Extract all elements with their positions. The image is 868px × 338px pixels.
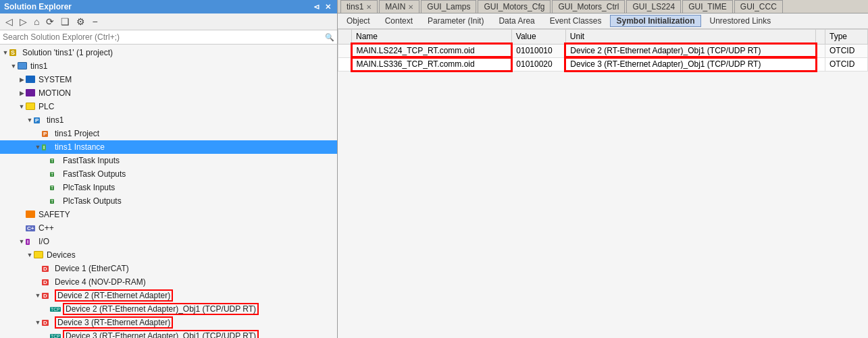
tree-item-dev4[interactable]: DDevice 4 (NOV-DP-RAM) xyxy=(0,275,337,289)
search-input[interactable] xyxy=(3,32,325,42)
sub-tabs-bar: ObjectContextParameter (Init)Data AreaEv… xyxy=(338,13,868,29)
tab-GUI_CCC[interactable]: GUI_CCC xyxy=(734,0,783,13)
tree-item-safety[interactable]: SAFETY xyxy=(0,208,337,221)
icon-dev3: D xyxy=(42,317,53,328)
refresh-button[interactable]: ⟳ xyxy=(43,15,57,28)
cell-sep-row2 xyxy=(816,57,825,71)
sub-tab-data-area[interactable]: Data Area xyxy=(492,15,540,27)
sub-tab-param-init[interactable]: Parameter (Init) xyxy=(422,15,490,27)
tab-MAIN[interactable]: MAIN✕ xyxy=(379,0,419,13)
pin-icon[interactable]: ⊲ xyxy=(311,3,322,11)
tab-close-tins1[interactable]: ✕ xyxy=(366,3,372,11)
label-tins1: tins1 xyxy=(30,61,47,71)
label-io: I/O xyxy=(39,237,49,246)
sub-tab-context[interactable]: Context xyxy=(379,15,419,27)
label-dev2: Device 2 (RT-Ethernet Adapter) xyxy=(55,291,173,300)
icon-dev4: D xyxy=(42,277,53,287)
expand-arrow-solution[interactable]: ▼ xyxy=(1,49,9,56)
label-plctask-in: PlcTask Inputs xyxy=(63,183,115,192)
back-button[interactable]: ◁ xyxy=(3,15,16,28)
expand-arrow-dev2[interactable]: ▼ xyxy=(34,292,42,299)
label-plctask-out: PlcTask Outputs xyxy=(63,196,122,206)
icon-plctask-in: T xyxy=(50,182,61,193)
settings-button[interactable]: ⚙ xyxy=(74,15,88,28)
copy-button[interactable]: ❑ xyxy=(58,15,72,28)
cell-value-row2: 01010020 xyxy=(511,57,565,71)
close-icon[interactable]: ✕ xyxy=(323,3,333,11)
sub-tab-label-object: Object xyxy=(347,16,370,26)
tab-GUI_Lamps[interactable]: GUI_Lamps xyxy=(421,0,476,13)
cell-type-row1: OTCID xyxy=(825,44,867,57)
cell-index-row2 xyxy=(338,57,352,71)
tree-item-dev3[interactable]: ▼DDevice 3 (RT-Ethernet Adapter) xyxy=(0,316,337,329)
tree-item-plctask-out[interactable]: TPlcTask Outputs xyxy=(0,194,337,208)
expand-arrow-system[interactable]: ▶ xyxy=(18,76,26,83)
tab-label-tins1: tins1 xyxy=(347,2,363,11)
icon-motion xyxy=(26,88,36,98)
label-dev3: Device 3 (RT-Ethernet Adapter) xyxy=(55,318,173,327)
tab-label-GUI_Motors_Cfg: GUI_Motors_Cfg xyxy=(484,2,544,11)
tree-item-devices[interactable]: ▼Devices xyxy=(0,248,337,262)
expand-arrow-devices[interactable]: ▼ xyxy=(26,252,34,258)
label-plc: PLC xyxy=(39,102,54,111)
tab-close-MAIN[interactable]: ✕ xyxy=(408,3,413,11)
col-header-0 xyxy=(338,30,352,45)
expand-arrow-motion[interactable]: ▶ xyxy=(18,90,26,96)
tree-item-tins1inst[interactable]: ▼Itins1 Instance xyxy=(0,140,337,154)
cell-type-row2: OTCID xyxy=(825,57,867,71)
tree-item-dev3obj1[interactable]: TCPDevice 3 (RT-Ethernet Adapter)_Obj1 (… xyxy=(0,329,337,338)
label-solution: Solution 'tins1' (1 project) xyxy=(22,48,113,57)
sub-tab-symbol-init[interactable]: Symbol Initialization xyxy=(610,15,700,27)
tab-GUI_Motors_Cfg[interactable]: GUI_Motors_Cfg xyxy=(478,0,551,13)
label-tins1inst: tins1 Instance xyxy=(55,142,105,152)
expand-arrow-tins1inst[interactable]: ▼ xyxy=(34,144,42,150)
sub-tab-object[interactable]: Object xyxy=(340,15,376,27)
label-dev1: Device 1 (EtherCAT) xyxy=(55,264,129,273)
tab-GUI_LS224[interactable]: GUI_LS224 xyxy=(626,0,681,13)
forward-button[interactable]: ▷ xyxy=(17,15,30,28)
tree-item-cpp[interactable]: C+C++ xyxy=(0,221,337,235)
tree-item-io[interactable]: ▼II/O xyxy=(0,235,337,248)
top-tabs-bar: tins1✕MAIN✕GUI_LampsGUI_Motors_CfgGUI_Mo… xyxy=(338,0,868,13)
tree-item-tins1proj[interactable]: Ptins1 Project xyxy=(0,127,337,140)
tree-item-solution[interactable]: ▼SSolution 'tins1' (1 project) xyxy=(0,46,337,59)
expand-arrow-io[interactable]: ▼ xyxy=(18,238,26,245)
label-system: SYSTEM xyxy=(39,75,72,84)
col-header-1: Name xyxy=(352,30,512,45)
tree-item-dev1[interactable]: DDevice 1 (EtherCAT) xyxy=(0,262,337,275)
tree-item-tins1[interactable]: ▼tins1 xyxy=(0,59,337,73)
tree-item-plctask-in[interactable]: TPlcTask Inputs xyxy=(0,181,337,194)
label-tins1proj: tins1 Project xyxy=(55,129,99,138)
tree-item-motion[interactable]: ▶MOTION xyxy=(0,86,337,100)
expand-arrow-plc[interactable]: ▼ xyxy=(18,103,26,110)
col-header-3: Unit xyxy=(565,30,816,45)
sub-tab-event-classes[interactable]: Event Classes xyxy=(544,15,608,27)
sub-tab-label-context: Context xyxy=(385,16,413,26)
sub-tab-unrestored-links[interactable]: Unrestored Links xyxy=(704,15,777,27)
tree-item-plc[interactable]: ▼PLC xyxy=(0,100,337,113)
expand-arrow-tins1plc[interactable]: ▼ xyxy=(26,117,34,123)
tree-item-system[interactable]: ▶SYSTEM xyxy=(0,73,337,86)
sub-tab-label-data-area: Data Area xyxy=(499,16,534,26)
cell-name-row2: MAIN.LS336_TCP_RT.comm.oid xyxy=(352,57,512,71)
minus-button[interactable]: − xyxy=(89,15,100,28)
icon-plc xyxy=(26,101,36,112)
tree-item-fasttask-in[interactable]: TFastTask Inputs xyxy=(0,154,337,167)
label-motion: MOTION xyxy=(39,88,71,98)
label-dev4: Device 4 (NOV-DP-RAM) xyxy=(55,277,146,287)
table-row-row1: MAIN.LS224_TCP_RT.comm.oid01010010Device… xyxy=(338,44,868,57)
tree-item-dev2[interactable]: ▼DDevice 2 (RT-Ethernet Adapter) xyxy=(0,289,337,302)
expand-arrow-tins1[interactable]: ▼ xyxy=(9,63,18,69)
tree-item-fasttask-out[interactable]: TFastTask Outputs xyxy=(0,167,337,181)
home-button[interactable]: ⌂ xyxy=(31,15,42,28)
sub-tab-label-symbol-init: Symbol Initialization xyxy=(616,16,694,26)
expand-arrow-dev3[interactable]: ▼ xyxy=(34,319,42,326)
icon-solution: S xyxy=(9,47,20,58)
tree-item-tins1plc[interactable]: ▼Ptins1 xyxy=(0,113,337,127)
col-header-2: Value xyxy=(511,30,565,45)
tree-item-dev2obj1[interactable]: TCPDevice 2 (RT-Ethernet Adapter)_Obj1 (… xyxy=(0,302,337,316)
tab-GUI_TIME[interactable]: GUI_TIME xyxy=(682,0,733,13)
tab-tins1[interactable]: tins1✕ xyxy=(340,0,378,13)
icon-dev1: D xyxy=(42,263,53,274)
tab-GUI_Motors_Ctrl[interactable]: GUI_Motors_Ctrl xyxy=(552,0,625,13)
